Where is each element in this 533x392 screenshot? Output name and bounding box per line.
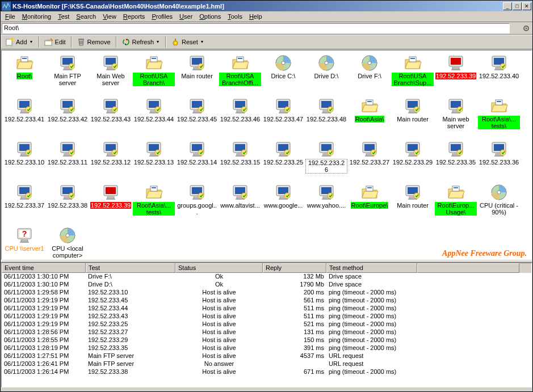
menu-view[interactable]: View xyxy=(99,12,120,21)
edit-button[interactable]: Edit xyxy=(42,36,68,48)
column-header[interactable] xyxy=(417,263,519,273)
menu-help[interactable]: Help xyxy=(246,12,266,21)
log-row[interactable]: 06/11/2003 1:26:41 PMMain FTP serverNo a… xyxy=(2,360,531,368)
host-item[interactable]: www.yahoo.... xyxy=(305,182,348,225)
column-header[interactable]: Event time xyxy=(2,263,86,273)
list-body[interactable]: 06/11/2003 1:30:10 PMDrive F:\Ok132 MbDr… xyxy=(2,273,531,387)
host-item[interactable]: 192.52.233.35 xyxy=(434,139,477,182)
host-item[interactable]: 192.52.233.40 xyxy=(477,53,521,96)
reset-button[interactable]: Reset▾ xyxy=(169,36,207,48)
host-item[interactable]: Main router xyxy=(391,96,434,139)
host-item[interactable]: Root\ xyxy=(3,53,46,96)
log-row[interactable]: 06/11/2003 1:28:56 PM192.52.233.27Host i… xyxy=(2,328,531,336)
close-button[interactable]: ✕ xyxy=(522,2,531,10)
menu-tools[interactable]: Tools xyxy=(224,12,246,21)
svg-line-6 xyxy=(51,39,53,41)
host-item[interactable]: CPU (critical - 90%) xyxy=(477,182,521,225)
menu-test[interactable]: Test xyxy=(54,12,73,21)
log-row[interactable]: 06/11/2003 1:29:19 PM192.52.233.25Host i… xyxy=(2,321,531,328)
column-header[interactable]: Test xyxy=(86,263,175,273)
host-item[interactable]: 192.52.233.42 xyxy=(46,96,89,139)
host-item[interactable]: CPU <local computer> xyxy=(46,225,89,260)
host-item[interactable]: 192.52.233.43 xyxy=(89,96,132,139)
column-header[interactable]: Test method xyxy=(326,263,417,273)
menu-search[interactable]: Search xyxy=(73,12,99,21)
dropdown-icon[interactable]: ▾ xyxy=(156,39,160,44)
host-item[interactable]: Root\Asia\... tests\ xyxy=(132,182,175,225)
host-item[interactable]: 192.52.233.37 xyxy=(3,182,46,225)
host-item[interactable]: 192.52.233.38 xyxy=(46,182,89,225)
log-row[interactable]: 06/11/2003 1:30:10 PMDrive F:\Ok132 MbDr… xyxy=(2,273,531,281)
host-item[interactable]: 192.52.233.14 xyxy=(175,139,219,182)
menu-file[interactable]: File xyxy=(2,12,19,21)
remove-button[interactable]: Remove xyxy=(74,36,113,48)
host-item[interactable]: 192.52.233.25 xyxy=(262,139,305,182)
host-item[interactable]: CPU \\server1 xyxy=(3,225,46,260)
column-header[interactable]: Status xyxy=(175,263,263,273)
host-item[interactable]: Root\Europ... Usage\ xyxy=(434,182,477,225)
monitor-icon xyxy=(145,97,163,115)
dropdown-icon[interactable]: ▾ xyxy=(29,39,33,44)
menu-reports[interactable]: Reports xyxy=(120,12,149,21)
host-item[interactable]: 192.52.233.29 xyxy=(391,139,434,182)
column-header[interactable]: Reply xyxy=(263,263,326,273)
host-item[interactable]: 192.52.233.13 xyxy=(132,139,175,182)
add-button[interactable]: Add▾ xyxy=(3,36,36,48)
host-item[interactable]: Root\Europe\ xyxy=(348,182,391,225)
host-item[interactable]: Drive D:\ xyxy=(305,53,348,96)
host-item[interactable]: Main router xyxy=(391,182,434,225)
host-item[interactable]: 192.52.233.10 xyxy=(3,139,46,182)
host-item[interactable]: Root\USA Branch\ xyxy=(132,53,175,96)
host-item[interactable]: Main Web server xyxy=(89,53,132,96)
log-row[interactable]: 06/11/2003 1:29:19 PM192.52.233.43Host i… xyxy=(2,313,531,321)
host-item[interactable]: 192.52.233.11 xyxy=(46,139,89,182)
host-label: 192.52.233.41 xyxy=(4,116,45,123)
host-item[interactable]: Main FTP server xyxy=(46,53,89,96)
host-item[interactable]: Root\USA Branch\Sup... xyxy=(391,53,434,96)
host-item[interactable]: Drive F:\ xyxy=(348,53,391,96)
log-row[interactable]: 06/11/2003 1:26:14 PM192.52.233.38Host i… xyxy=(2,368,531,376)
menu-profiles[interactable]: Profiles xyxy=(148,12,176,21)
menu-options[interactable]: Options xyxy=(196,12,224,21)
log-row[interactable]: 06/11/2003 1:29:19 PM192.52.233.45Host i… xyxy=(2,297,531,305)
host-item[interactable]: 192.52.233.15 xyxy=(219,139,262,182)
log-row[interactable]: 06/11/2003 1:27:51 PMMain FTP serverHost… xyxy=(2,352,531,360)
host-item[interactable]: 192.52.233.46 xyxy=(219,96,262,139)
folder-icon xyxy=(360,97,379,115)
host-item[interactable]: 192.52.233.47 xyxy=(262,96,305,139)
host-item[interactable]: 192.52.233.27 xyxy=(348,139,391,182)
host-item[interactable]: 192.52.233.44 xyxy=(132,96,175,139)
log-row[interactable]: 06/11/2003 1:30:10 PMDrive D:\Ok1790 MbD… xyxy=(2,281,531,289)
path-field[interactable]: Root\ xyxy=(2,23,510,33)
host-item[interactable]: www.altavist... xyxy=(219,182,262,225)
host-item[interactable]: Root\USA Branch\Offi... xyxy=(219,53,262,96)
menu-user[interactable]: User xyxy=(176,12,196,21)
host-item[interactable]: 192.52.233.48 xyxy=(305,96,348,139)
host-item[interactable]: Drice C:\ xyxy=(262,53,305,96)
host-item[interactable]: Root\Asia\ xyxy=(348,96,391,139)
host-item[interactable]: 192.52.233.45 xyxy=(175,96,219,139)
host-item[interactable]: 192.52.233.39 xyxy=(89,182,132,225)
log-row[interactable]: 06/11/2003 1:29:58 PM192.52.233.10Host i… xyxy=(2,289,531,297)
refresh-button[interactable]: Refresh▾ xyxy=(119,36,163,48)
host-item[interactable]: Root\Asia\... tests\ xyxy=(477,96,521,139)
menu-monitoring[interactable]: Monitoring xyxy=(19,12,54,21)
maximize-button[interactable]: □ xyxy=(513,2,522,10)
host-item[interactable]: www.google... xyxy=(262,182,305,225)
host-item[interactable]: Main web server xyxy=(434,96,477,139)
host-item[interactable]: Main router xyxy=(175,53,219,96)
host-item[interactable]: groups.googl... xyxy=(175,182,219,225)
host-item[interactable]: 192.52.233.12 xyxy=(89,139,132,182)
icon-area[interactable]: Root\Main FTP serverMain Web serverRoot\… xyxy=(1,50,532,260)
host-item[interactable]: 192.52.233.41 xyxy=(3,96,46,139)
log-row[interactable]: 06/11/2003 1:28:55 PM192.52.233.29Host i… xyxy=(2,336,531,344)
log-row[interactable]: 06/11/2003 1:28:19 PM192.52.233.35Host i… xyxy=(2,344,531,352)
host-item[interactable]: 192.52.233.26 xyxy=(305,139,348,182)
settings-icon[interactable] xyxy=(521,23,531,33)
log-list: Event timeTestStatusReplyTest method 06/… xyxy=(1,263,532,387)
dropdown-icon[interactable]: ▾ xyxy=(200,39,204,44)
host-item[interactable]: 192.52.233.36 xyxy=(477,139,521,182)
minimize-button[interactable]: _ xyxy=(503,2,512,10)
log-row[interactable]: 06/11/2003 1:29:19 PM192.52.233.44Host i… xyxy=(2,305,531,313)
host-item[interactable]: 192.52.233.39 xyxy=(434,53,477,96)
